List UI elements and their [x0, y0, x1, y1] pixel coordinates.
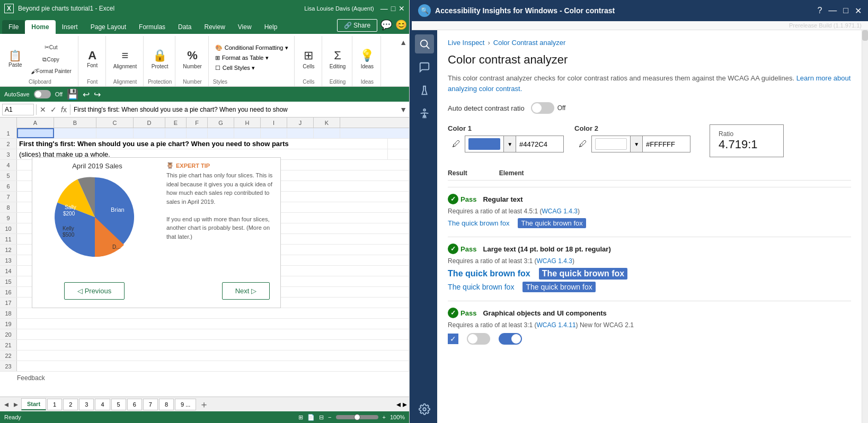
formula-input[interactable] [73, 105, 397, 114]
cell-row18[interactable] [17, 308, 409, 318]
share-btn[interactable]: 🔗 Share [337, 19, 377, 32]
tab-review[interactable]: Review [198, 20, 231, 34]
color1-dropdown-btn[interactable]: ▼ [503, 136, 516, 152]
sheet-tab-9[interactable]: 9 ... [175, 399, 196, 410]
sheet-nav-right[interactable]: ▸ [12, 399, 20, 409]
col-header-c[interactable]: C [96, 118, 134, 128]
cell-f1[interactable] [187, 128, 208, 138]
cell-k1[interactable] [314, 128, 340, 138]
wcag-link-1[interactable]: WCAG 1.4.3 [542, 208, 578, 215]
minimize-btn[interactable]: — [380, 4, 388, 13]
page-layout-icon[interactable]: 📄 [307, 414, 315, 421]
tab-page-layout[interactable]: Page Layout [84, 20, 132, 34]
col-header-e[interactable]: E [165, 118, 187, 128]
scroll-left-btn[interactable]: ◂ [396, 399, 401, 409]
protect-btn[interactable]: 🔒 Protect [148, 47, 172, 71]
col-header-a[interactable]: A [17, 118, 54, 128]
ai-help-btn[interactable]: ? [817, 6, 822, 16]
cell-row19[interactable] [17, 319, 409, 329]
cell-a1[interactable] [17, 128, 54, 138]
color2-eyedropper-btn[interactable]: 🖊 [574, 136, 591, 152]
cell-e1[interactable] [165, 128, 187, 138]
sidebar-icon-inspect[interactable] [415, 34, 434, 53]
zoom-slider[interactable] [336, 415, 378, 419]
sheet-tab-2[interactable]: 2 [63, 399, 78, 410]
auto-detect-toggle[interactable]: Off [531, 102, 566, 114]
confirm-formula-icon[interactable]: ✓ [49, 104, 58, 115]
cancel-formula-icon[interactable]: ✕ [39, 104, 47, 115]
cell-row23[interactable] [17, 361, 409, 371]
sheet-tab-4[interactable]: 4 [95, 399, 110, 410]
col-header-k[interactable]: K [314, 118, 340, 128]
conditional-formatting-btn[interactable]: 🎨 Conditional Formatting ▾ [213, 43, 291, 52]
cell-row22[interactable] [17, 350, 409, 361]
ribbon-collapse-btn[interactable]: ▲ [400, 38, 407, 47]
col-header-f[interactable]: F [187, 118, 208, 128]
tab-file[interactable]: File [2, 20, 25, 34]
cell-j1[interactable] [287, 128, 314, 138]
format-as-table-btn[interactable]: ⊞ Format as Table ▾ [213, 53, 291, 62]
cell-styles-btn[interactable]: ☐ Cell Styles ▾ [213, 64, 291, 73]
tab-home[interactable]: Home [25, 20, 55, 34]
add-sheet-btn[interactable]: ＋ [197, 398, 211, 411]
sidebar-icon-comments[interactable] [415, 58, 434, 77]
sidebar-icon-settings[interactable] [415, 400, 434, 419]
editing-btn[interactable]: Σ Editing [326, 47, 349, 71]
ai-scrollbar[interactable] [862, 30, 868, 423]
cell-h1[interactable] [234, 128, 261, 138]
cell-b1[interactable] [54, 128, 96, 138]
col-header-d[interactable]: D [134, 118, 165, 128]
comments-btn[interactable]: 💬 [380, 19, 392, 32]
next-btn[interactable]: Next ▷ [222, 282, 270, 300]
col-header-g[interactable]: G [208, 118, 234, 128]
cell-g1[interactable] [208, 128, 234, 138]
tab-view[interactable]: View [232, 20, 258, 34]
normal-view-icon[interactable]: ⊞ [298, 414, 303, 421]
ai-maximize-btn[interactable]: □ [843, 6, 848, 16]
color2-dropdown-btn[interactable]: ▼ [630, 136, 643, 152]
sheet-nav-left[interactable]: ◂ [2, 399, 11, 409]
font-btn[interactable]: A Font [83, 48, 102, 70]
alignment-btn[interactable]: ≡ Alignment [110, 47, 140, 71]
cell-row21[interactable] [17, 340, 409, 350]
breadcrumb-color-contrast[interactable]: Color Contrast analyzer [493, 39, 566, 47]
color1-eyedropper-btn[interactable]: 🖊 [448, 136, 465, 152]
close-btn[interactable]: ✕ [398, 4, 405, 13]
format-painter-btn[interactable]: 🖌 Format Painter [28, 66, 75, 77]
tab-data[interactable]: Data [172, 20, 198, 34]
ai-close-btn[interactable]: ✕ [855, 6, 862, 16]
number-btn[interactable]: % Number [180, 47, 205, 71]
cell-a2[interactable]: First thing's first: When should you use… [17, 139, 388, 149]
cells-btn[interactable]: ⊞ Cells [299, 47, 318, 71]
sheet-tab-start[interactable]: Start [21, 398, 46, 410]
page-break-icon[interactable]: ⊟ [319, 414, 324, 421]
scroll-right-btn[interactable]: ▸ [403, 399, 407, 409]
emoji-btn[interactable]: 😊 [395, 19, 407, 32]
scrollbar-thumb[interactable] [862, 30, 868, 41]
ai-minimize-btn[interactable]: — [828, 6, 837, 16]
copy-btn[interactable]: ⧉ Copy [28, 54, 75, 65]
wcag-link-3[interactable]: WCAG 1.4.11 [537, 321, 576, 329]
col-header-j[interactable]: J [287, 118, 314, 128]
ideas-btn[interactable]: 💡 Ideas [357, 47, 377, 71]
undo-btn[interactable]: ↩ [83, 89, 90, 100]
color1-hex-input[interactable] [516, 136, 564, 152]
sidebar-icon-flask[interactable] [415, 81, 434, 100]
sheet-tab-8[interactable]: 8 [159, 399, 174, 410]
sidebar-icon-accessibility[interactable] [415, 104, 434, 123]
redo-btn[interactable]: ↪ [94, 89, 101, 100]
cell-reference-input[interactable] [2, 104, 34, 115]
cell-row20[interactable] [17, 329, 409, 339]
autosave-toggle[interactable] [34, 90, 51, 98]
tab-help[interactable]: Help [258, 20, 284, 34]
sheet-tab-7[interactable]: 7 [143, 399, 158, 410]
col-header-h[interactable]: H [234, 118, 261, 128]
wcag-link-2[interactable]: WCAG 1.4.3 [537, 257, 572, 265]
save-btn[interactable]: 💾 [67, 88, 78, 100]
tab-formulas[interactable]: Formulas [132, 20, 172, 34]
sheet-tab-5[interactable]: 5 [111, 399, 126, 410]
expand-formula-btn[interactable]: ▼ [400, 105, 407, 114]
cell-d1[interactable] [134, 128, 165, 138]
sheet-tab-1[interactable]: 1 [47, 399, 62, 410]
cell-i1[interactable] [261, 128, 287, 138]
